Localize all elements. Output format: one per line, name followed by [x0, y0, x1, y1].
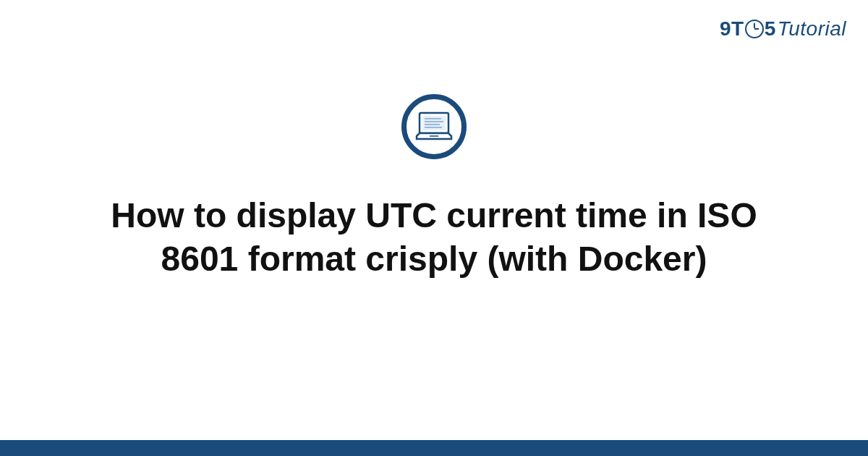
article-icon-circle	[401, 94, 467, 159]
clock-icon	[745, 20, 764, 38]
logo-text-9t: 9T	[720, 17, 744, 41]
logo-text-5: 5	[765, 17, 776, 41]
svg-rect-1	[422, 116, 446, 130]
footer-bar	[0, 440, 868, 456]
laptop-icon	[415, 111, 453, 142]
logo-text-tutorial: Tutorial	[778, 17, 846, 41]
site-logo[interactable]: 9T 5 Tutorial	[720, 17, 846, 41]
article-title: How to display UTC current time in ISO 8…	[65, 194, 803, 281]
main-content: How to display UTC current time in ISO 8…	[0, 94, 868, 281]
